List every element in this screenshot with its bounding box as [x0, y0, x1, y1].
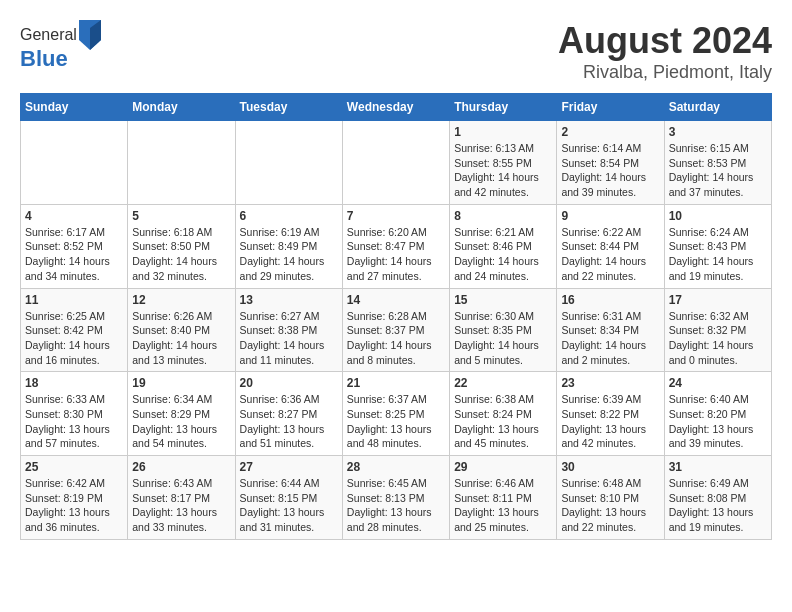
day-info: Sunrise: 6:20 AMSunset: 8:47 PMDaylight:…: [347, 225, 445, 284]
day-number: 29: [454, 460, 552, 474]
calendar-day: [342, 121, 449, 205]
page-header: General Blue August 2024 Rivalba, Piedmo…: [20, 20, 772, 83]
weekday-header-row: SundayMondayTuesdayWednesdayThursdayFrid…: [21, 94, 772, 121]
day-number: 15: [454, 293, 552, 307]
calendar-week-2: 4Sunrise: 6:17 AMSunset: 8:52 PMDaylight…: [21, 204, 772, 288]
day-number: 17: [669, 293, 767, 307]
weekday-header-monday: Monday: [128, 94, 235, 121]
day-number: 30: [561, 460, 659, 474]
calendar-day: 15Sunrise: 6:30 AMSunset: 8:35 PMDayligh…: [450, 288, 557, 372]
day-info: Sunrise: 6:22 AMSunset: 8:44 PMDaylight:…: [561, 225, 659, 284]
day-info: Sunrise: 6:15 AMSunset: 8:53 PMDaylight:…: [669, 141, 767, 200]
calendar-day: [235, 121, 342, 205]
day-info: Sunrise: 6:19 AMSunset: 8:49 PMDaylight:…: [240, 225, 338, 284]
weekday-header-thursday: Thursday: [450, 94, 557, 121]
calendar-day: 17Sunrise: 6:32 AMSunset: 8:32 PMDayligh…: [664, 288, 771, 372]
calendar-day: 24Sunrise: 6:40 AMSunset: 8:20 PMDayligh…: [664, 372, 771, 456]
day-number: 16: [561, 293, 659, 307]
day-info: Sunrise: 6:17 AMSunset: 8:52 PMDaylight:…: [25, 225, 123, 284]
calendar-day: 22Sunrise: 6:38 AMSunset: 8:24 PMDayligh…: [450, 372, 557, 456]
day-number: 6: [240, 209, 338, 223]
day-number: 9: [561, 209, 659, 223]
calendar-day: 11Sunrise: 6:25 AMSunset: 8:42 PMDayligh…: [21, 288, 128, 372]
day-number: 22: [454, 376, 552, 390]
day-info: Sunrise: 6:24 AMSunset: 8:43 PMDaylight:…: [669, 225, 767, 284]
day-number: 21: [347, 376, 445, 390]
day-info: Sunrise: 6:48 AMSunset: 8:10 PMDaylight:…: [561, 476, 659, 535]
calendar-day: 7Sunrise: 6:20 AMSunset: 8:47 PMDaylight…: [342, 204, 449, 288]
day-info: Sunrise: 6:44 AMSunset: 8:15 PMDaylight:…: [240, 476, 338, 535]
calendar-day: 9Sunrise: 6:22 AMSunset: 8:44 PMDaylight…: [557, 204, 664, 288]
calendar-day: 12Sunrise: 6:26 AMSunset: 8:40 PMDayligh…: [128, 288, 235, 372]
calendar-day: 19Sunrise: 6:34 AMSunset: 8:29 PMDayligh…: [128, 372, 235, 456]
day-info: Sunrise: 6:30 AMSunset: 8:35 PMDaylight:…: [454, 309, 552, 368]
calendar-day: 23Sunrise: 6:39 AMSunset: 8:22 PMDayligh…: [557, 372, 664, 456]
calendar-day: 6Sunrise: 6:19 AMSunset: 8:49 PMDaylight…: [235, 204, 342, 288]
day-number: 23: [561, 376, 659, 390]
day-number: 1: [454, 125, 552, 139]
calendar-day: 18Sunrise: 6:33 AMSunset: 8:30 PMDayligh…: [21, 372, 128, 456]
day-info: Sunrise: 6:39 AMSunset: 8:22 PMDaylight:…: [561, 392, 659, 451]
day-info: Sunrise: 6:49 AMSunset: 8:08 PMDaylight:…: [669, 476, 767, 535]
calendar-week-3: 11Sunrise: 6:25 AMSunset: 8:42 PMDayligh…: [21, 288, 772, 372]
day-number: 2: [561, 125, 659, 139]
calendar-day: 21Sunrise: 6:37 AMSunset: 8:25 PMDayligh…: [342, 372, 449, 456]
day-number: 5: [132, 209, 230, 223]
calendar-day: 26Sunrise: 6:43 AMSunset: 8:17 PMDayligh…: [128, 456, 235, 540]
calendar-day: 30Sunrise: 6:48 AMSunset: 8:10 PMDayligh…: [557, 456, 664, 540]
calendar-day: 4Sunrise: 6:17 AMSunset: 8:52 PMDaylight…: [21, 204, 128, 288]
weekday-header-wednesday: Wednesday: [342, 94, 449, 121]
day-info: Sunrise: 6:45 AMSunset: 8:13 PMDaylight:…: [347, 476, 445, 535]
day-info: Sunrise: 6:40 AMSunset: 8:20 PMDaylight:…: [669, 392, 767, 451]
calendar-day: 13Sunrise: 6:27 AMSunset: 8:38 PMDayligh…: [235, 288, 342, 372]
day-number: 8: [454, 209, 552, 223]
calendar-week-5: 25Sunrise: 6:42 AMSunset: 8:19 PMDayligh…: [21, 456, 772, 540]
calendar-day: [128, 121, 235, 205]
calendar-table: SundayMondayTuesdayWednesdayThursdayFrid…: [20, 93, 772, 540]
day-number: 4: [25, 209, 123, 223]
calendar-day: 27Sunrise: 6:44 AMSunset: 8:15 PMDayligh…: [235, 456, 342, 540]
day-number: 31: [669, 460, 767, 474]
day-number: 3: [669, 125, 767, 139]
logo: General Blue: [20, 20, 103, 72]
day-number: 11: [25, 293, 123, 307]
calendar-day: 10Sunrise: 6:24 AMSunset: 8:43 PMDayligh…: [664, 204, 771, 288]
day-info: Sunrise: 6:26 AMSunset: 8:40 PMDaylight:…: [132, 309, 230, 368]
calendar-day: 25Sunrise: 6:42 AMSunset: 8:19 PMDayligh…: [21, 456, 128, 540]
day-number: 10: [669, 209, 767, 223]
day-info: Sunrise: 6:31 AMSunset: 8:34 PMDaylight:…: [561, 309, 659, 368]
calendar-day: 1Sunrise: 6:13 AMSunset: 8:55 PMDaylight…: [450, 121, 557, 205]
day-info: Sunrise: 6:14 AMSunset: 8:54 PMDaylight:…: [561, 141, 659, 200]
logo-general-text: General: [20, 26, 77, 44]
day-number: 12: [132, 293, 230, 307]
day-number: 19: [132, 376, 230, 390]
calendar-day: 2Sunrise: 6:14 AMSunset: 8:54 PMDaylight…: [557, 121, 664, 205]
day-number: 28: [347, 460, 445, 474]
day-number: 7: [347, 209, 445, 223]
calendar-day: 16Sunrise: 6:31 AMSunset: 8:34 PMDayligh…: [557, 288, 664, 372]
calendar-title: August 2024: [558, 20, 772, 62]
day-info: Sunrise: 6:43 AMSunset: 8:17 PMDaylight:…: [132, 476, 230, 535]
day-info: Sunrise: 6:27 AMSunset: 8:38 PMDaylight:…: [240, 309, 338, 368]
day-info: Sunrise: 6:46 AMSunset: 8:11 PMDaylight:…: [454, 476, 552, 535]
day-info: Sunrise: 6:32 AMSunset: 8:32 PMDaylight:…: [669, 309, 767, 368]
calendar-day: 28Sunrise: 6:45 AMSunset: 8:13 PMDayligh…: [342, 456, 449, 540]
day-info: Sunrise: 6:28 AMSunset: 8:37 PMDaylight:…: [347, 309, 445, 368]
day-info: Sunrise: 6:37 AMSunset: 8:25 PMDaylight:…: [347, 392, 445, 451]
calendar-day: 29Sunrise: 6:46 AMSunset: 8:11 PMDayligh…: [450, 456, 557, 540]
calendar-week-4: 18Sunrise: 6:33 AMSunset: 8:30 PMDayligh…: [21, 372, 772, 456]
day-number: 13: [240, 293, 338, 307]
day-info: Sunrise: 6:38 AMSunset: 8:24 PMDaylight:…: [454, 392, 552, 451]
day-info: Sunrise: 6:33 AMSunset: 8:30 PMDaylight:…: [25, 392, 123, 451]
day-info: Sunrise: 6:18 AMSunset: 8:50 PMDaylight:…: [132, 225, 230, 284]
weekday-header-friday: Friday: [557, 94, 664, 121]
day-info: Sunrise: 6:25 AMSunset: 8:42 PMDaylight:…: [25, 309, 123, 368]
weekday-header-saturday: Saturday: [664, 94, 771, 121]
day-number: 25: [25, 460, 123, 474]
day-number: 18: [25, 376, 123, 390]
day-number: 24: [669, 376, 767, 390]
logo-icon: [79, 20, 101, 50]
day-number: 14: [347, 293, 445, 307]
day-info: Sunrise: 6:21 AMSunset: 8:46 PMDaylight:…: [454, 225, 552, 284]
calendar-week-1: 1Sunrise: 6:13 AMSunset: 8:55 PMDaylight…: [21, 121, 772, 205]
